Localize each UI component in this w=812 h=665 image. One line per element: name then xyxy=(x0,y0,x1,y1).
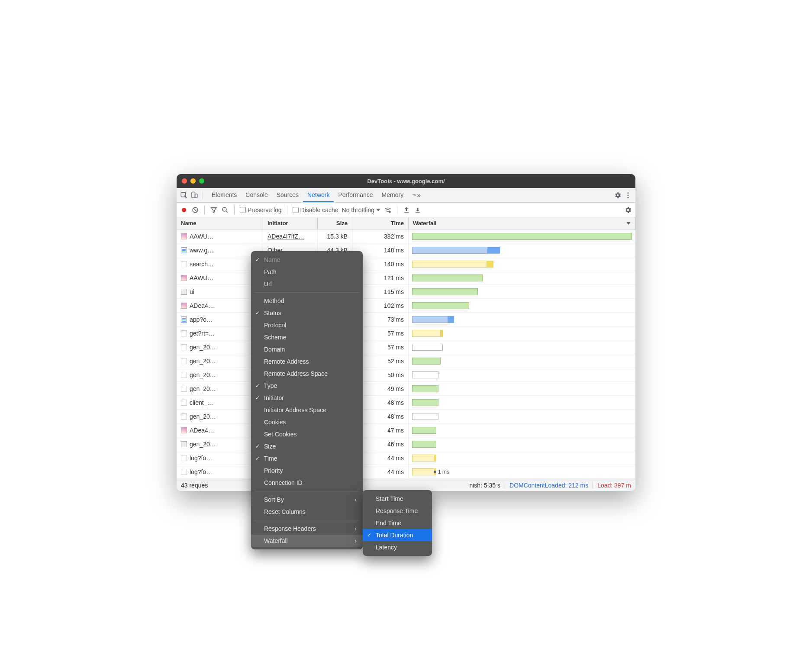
status-bar: 43 reques nish: 5.35 s DOMContentLoaded:… xyxy=(177,479,635,491)
request-row[interactable]: log?fo…70 B44 ms xyxy=(177,451,635,465)
menu-item-reset-columns[interactable]: Reset Columns xyxy=(251,506,363,518)
device-toggle-icon[interactable] xyxy=(190,191,198,199)
column-headers: Name Initiator Size Time Waterfall xyxy=(177,217,635,229)
submenu-arrow-icon: › xyxy=(354,496,357,503)
request-name: log?fo… xyxy=(190,468,212,475)
request-row[interactable]: gen_20…14 B46 ms xyxy=(177,437,635,451)
filter-icon[interactable] xyxy=(210,206,218,214)
header-time[interactable]: Time xyxy=(352,217,409,229)
request-row[interactable]: uim=DhPYm…0 B115 ms xyxy=(177,285,635,299)
menu-item-connection-id[interactable]: Connection ID xyxy=(251,477,363,489)
network-conditions-icon[interactable] xyxy=(384,206,392,214)
menu-item-sort-by[interactable]: Sort By› xyxy=(251,494,363,506)
close-window-button[interactable] xyxy=(182,178,187,184)
minimize-window-button[interactable] xyxy=(190,178,196,184)
menu-item-method[interactable]: Method xyxy=(251,295,363,307)
initiator-link[interactable]: ADea4I7IfZ… xyxy=(267,233,304,240)
tab-performance[interactable]: Performance xyxy=(334,188,377,202)
request-row[interactable]: gen_20…(index):11615 B49 ms xyxy=(177,382,635,396)
disable-cache-checkbox[interactable]: Disable cache xyxy=(293,207,338,213)
menu-item-initiator-address-space[interactable]: Initiator Address Space xyxy=(251,404,363,416)
tab-network[interactable]: Network xyxy=(303,188,334,202)
request-row[interactable]: gen_20…m=cdos,dp…14 B57 ms xyxy=(177,340,635,354)
settings-gear-icon[interactable] xyxy=(614,191,622,199)
request-row[interactable]: app?o…rs=AA2YrT…14.4 kB73 ms xyxy=(177,313,635,326)
waterfall-submenu[interactable]: Start TimeResponse TimeEnd TimeTotal Dur… xyxy=(363,490,432,556)
menu-item-scheme[interactable]: Scheme xyxy=(251,331,363,343)
more-tabs-chevron-icon[interactable]: » xyxy=(413,191,421,199)
request-row[interactable]: gen_20…(index):21514 B48 ms xyxy=(177,410,635,423)
menu-separator xyxy=(255,520,359,520)
time-cell: 382 ms xyxy=(352,229,409,243)
menu-item-priority[interactable]: Priority xyxy=(251,465,363,477)
maximize-window-button[interactable] xyxy=(199,178,204,184)
menu-item-time[interactable]: Time xyxy=(251,452,363,465)
throttling-select[interactable]: No throttling xyxy=(342,207,380,213)
search-icon[interactable] xyxy=(221,206,229,214)
request-row[interactable]: ADea4…app?origin…22 B47 ms xyxy=(177,423,635,437)
request-row[interactable]: gen_20…(index):1214 B50 ms xyxy=(177,368,635,382)
column-context-menu[interactable]: NamePathUrlMethodStatusProtocolSchemeDom… xyxy=(251,251,363,549)
request-row[interactable]: log?fo…70 B44 ms1 ms xyxy=(177,465,635,479)
download-har-icon[interactable] xyxy=(414,206,422,214)
submenu-arrow-icon: › xyxy=(354,537,357,544)
menu-item-path[interactable]: Path xyxy=(251,266,363,278)
clear-icon[interactable] xyxy=(191,206,199,214)
menu-item-type[interactable]: Type xyxy=(251,380,363,392)
svg-point-4 xyxy=(628,194,629,196)
panel-settings-gear-icon[interactable] xyxy=(624,206,632,214)
request-row[interactable]: AAWU…ADea4I7IfZ…15.3 kB382 ms xyxy=(177,229,635,243)
submenu-item-start-time[interactable]: Start Time xyxy=(363,493,432,505)
file-type-icon xyxy=(181,372,187,378)
tab-memory[interactable]: Memory xyxy=(377,188,408,202)
request-name: gen_20… xyxy=(190,371,216,378)
size-cell: 15.3 kB xyxy=(318,229,352,243)
menu-item-size[interactable]: Size xyxy=(251,440,363,452)
submenu-item-total-duration[interactable]: Total Duration xyxy=(363,529,432,541)
menu-item-remote-address[interactable]: Remote Address xyxy=(251,355,363,368)
request-name: www.g… xyxy=(190,247,213,254)
tab-elements[interactable]: Elements xyxy=(207,188,241,202)
request-row[interactable]: AAWU…ADea4I7IfZ…2.7 kB121 ms xyxy=(177,271,635,285)
submenu-item-end-time[interactable]: End Time xyxy=(363,517,432,529)
request-name: ADea4… xyxy=(190,302,214,309)
menu-separator xyxy=(255,491,359,491)
header-name[interactable]: Name xyxy=(177,217,263,229)
request-name: search… xyxy=(190,261,214,268)
menu-item-cookies[interactable]: Cookies xyxy=(251,416,363,428)
upload-har-icon[interactable] xyxy=(403,206,410,214)
status-requests: 43 reques xyxy=(181,482,208,489)
record-icon[interactable] xyxy=(180,206,188,214)
menu-item-initiator[interactable]: Initiator xyxy=(251,392,363,404)
menu-item-response-headers[interactable]: Response Headers› xyxy=(251,523,363,535)
inspect-icon[interactable] xyxy=(180,191,188,199)
preserve-log-checkbox[interactable]: Preserve log xyxy=(240,207,282,213)
header-size[interactable]: Size xyxy=(318,217,352,229)
menu-item-name[interactable]: Name xyxy=(251,254,363,266)
tab-console[interactable]: Console xyxy=(241,188,272,202)
menu-item-set-cookies[interactable]: Set Cookies xyxy=(251,428,363,440)
kebab-menu-icon[interactable] xyxy=(624,191,632,199)
menu-item-url[interactable]: Url xyxy=(251,278,363,290)
request-row[interactable]: ADea4…(index)22 B102 ms xyxy=(177,299,635,313)
header-waterfall[interactable]: Waterfall xyxy=(409,217,635,229)
request-row[interactable]: gen_20…(index):11615 B52 ms xyxy=(177,354,635,368)
request-row[interactable]: get?rt=…rs=AA2YrT…14.8 kB57 ms xyxy=(177,326,635,340)
menu-item-protocol[interactable]: Protocol xyxy=(251,319,363,331)
header-initiator[interactable]: Initiator xyxy=(263,217,318,229)
request-row[interactable]: www.g…Other44.3 kB148 ms xyxy=(177,243,635,257)
menu-item-waterfall[interactable]: Waterfall› xyxy=(251,535,363,547)
request-row[interactable]: search…m=cdos,dp…21.0 kB140 ms xyxy=(177,257,635,271)
waterfall-bar xyxy=(412,330,443,337)
file-type-icon xyxy=(181,316,187,323)
file-type-icon xyxy=(181,330,187,336)
submenu-item-response-time[interactable]: Response Time xyxy=(363,505,432,517)
tab-sources[interactable]: Sources xyxy=(272,188,303,202)
menu-item-remote-address-space[interactable]: Remote Address Space xyxy=(251,368,363,380)
request-name: log?fo… xyxy=(190,455,212,462)
menu-item-status[interactable]: Status xyxy=(251,307,363,319)
request-name: gen_20… xyxy=(190,344,216,351)
request-row[interactable]: client_…(index):318 B48 ms xyxy=(177,396,635,410)
menu-item-domain[interactable]: Domain xyxy=(251,343,363,355)
submenu-item-latency[interactable]: Latency xyxy=(363,541,432,553)
